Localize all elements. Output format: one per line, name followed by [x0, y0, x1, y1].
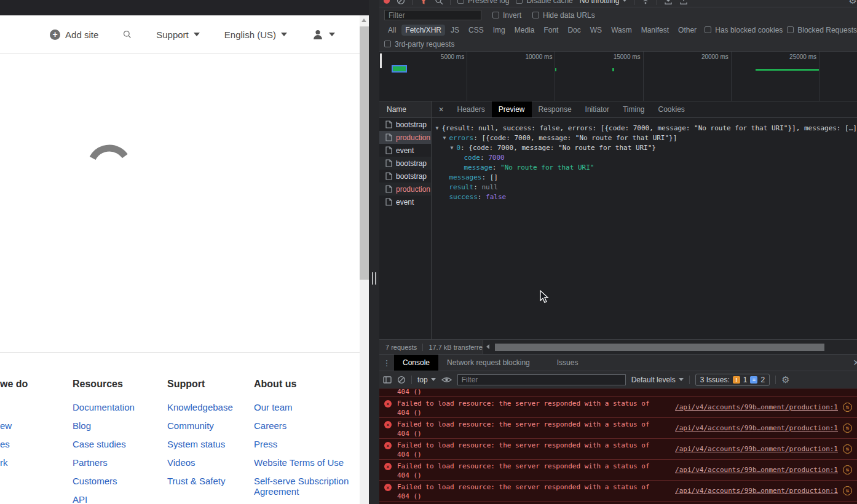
search-button[interactable]: [123, 30, 132, 39]
detail-tab-response[interactable]: Response: [532, 101, 579, 117]
page-scrollbar[interactable]: [360, 15, 369, 504]
json-line[interactable]: ▼errors: [{code: 7000, message: "No rout…: [432, 133, 857, 143]
request-row-event[interactable]: event: [379, 144, 431, 157]
support-menu[interactable]: Support: [156, 30, 200, 40]
drawer-tab-network-request-blocking[interactable]: Network request blocking: [438, 355, 539, 371]
name-column-header[interactable]: Name: [379, 101, 431, 118]
language-menu[interactable]: English (US): [224, 30, 287, 40]
request-row-bootstrap[interactable]: bootstrap: [379, 157, 431, 170]
related-issue-icon[interactable]: ⇅: [843, 444, 852, 454]
scrollbar-up-arrow[interactable]: [361, 18, 366, 22]
throttling-select[interactable]: No throttling: [580, 0, 628, 5]
network-filter-input[interactable]: [384, 10, 481, 20]
clear-console-icon[interactable]: [397, 376, 406, 384]
footer-link-website-terms-of-use[interactable]: Website Terms of Use: [254, 457, 360, 468]
type-filter-media[interactable]: Media: [511, 25, 539, 36]
type-filter-other[interactable]: Other: [674, 25, 700, 36]
related-issue-icon[interactable]: ⇅: [843, 486, 852, 495]
json-line[interactable]: ▼0: {code: 7000, message: "No route for …: [432, 143, 857, 153]
console-error-row[interactable]: ✕Failed to load resource: the server res…: [379, 481, 857, 502]
error-source-link[interactable]: /api/v4/accounts/99b…onment/production:1: [675, 487, 838, 495]
request-row-event[interactable]: event: [379, 195, 431, 208]
has-blocked-cookies-checkbox[interactable]: Has blocked cookies: [705, 26, 783, 34]
footer-link-community[interactable]: Community: [167, 420, 254, 431]
detail-tab-timing[interactable]: Timing: [616, 101, 652, 117]
type-filter-ws[interactable]: WS: [586, 25, 606, 36]
network-overview-timeline[interactable]: 5000 ms10000 ms15000 ms20000 ms25000 ms: [379, 52, 857, 101]
expand-arrow-icon[interactable]: ▼: [435, 124, 441, 133]
type-filter-css[interactable]: CSS: [465, 25, 488, 36]
more-tools-kebab-icon[interactable]: ⋮: [379, 358, 394, 368]
footer-link-blog[interactable]: Blog: [73, 420, 167, 431]
execution-context-selector[interactable]: top: [417, 376, 436, 384]
expand-arrow-icon[interactable]: ▼: [443, 133, 449, 143]
preserve-log-checkbox[interactable]: Preserve log: [457, 0, 509, 5]
third-party-requests-checkbox[interactable]: 3rd-party requests: [384, 40, 454, 49]
related-issue-icon[interactable]: ⇅: [843, 403, 852, 412]
eye-icon[interactable]: [441, 376, 452, 384]
type-filter-img[interactable]: Img: [489, 25, 509, 36]
scrollbar-thumb[interactable]: [360, 26, 369, 280]
close-detail-button[interactable]: ×: [432, 101, 450, 117]
detail-tab-preview[interactable]: Preview: [492, 101, 532, 117]
window-split-divider[interactable]: [369, 0, 379, 504]
footer-link-partners[interactable]: Partners: [73, 457, 167, 468]
json-line[interactable]: messages: []: [432, 173, 857, 183]
drawer-tab-issues[interactable]: Issues: [548, 355, 587, 371]
search-icon[interactable]: [435, 0, 443, 5]
issues-counter-badge[interactable]: 3 Issues: !1≡2: [695, 374, 770, 386]
error-source-link[interactable]: /api/v4/accounts/99b…onment/production:1: [675, 424, 838, 432]
import-har-icon[interactable]: [664, 0, 673, 5]
console-error-row[interactable]: ✕Failed to load resource: the server res…: [379, 418, 857, 439]
network-conditions-icon[interactable]: [641, 0, 650, 5]
footer-link-customers[interactable]: Customers: [73, 476, 167, 486]
footer-link-our-team[interactable]: Our team: [254, 402, 360, 412]
type-filter-fetch-xhr[interactable]: Fetch/XHR: [401, 25, 445, 36]
console-error-row[interactable]: ✕Failed to load resource: the server res…: [379, 397, 857, 418]
type-filter-all[interactable]: All: [384, 25, 400, 36]
console-filter-input[interactable]: [457, 374, 626, 385]
error-source-link[interactable]: /api/v4/accounts/99b…onment/production:1: [675, 403, 838, 411]
hide-data-urls-checkbox[interactable]: Hide data URLs: [532, 11, 595, 20]
request-row-production[interactable]: production: [379, 183, 431, 195]
add-site-button[interactable]: + Add site: [50, 30, 98, 40]
console-error-row[interactable]: ✕Failed to load resource: the server res…: [379, 460, 857, 481]
disable-cache-checkbox[interactable]: Disable cache: [516, 0, 572, 5]
horizontal-scrollbar-thumb[interactable]: [495, 344, 824, 351]
filter-funnel-icon[interactable]: [419, 0, 428, 5]
footer-link-system-status[interactable]: System status: [167, 439, 254, 449]
type-filter-js[interactable]: JS: [447, 25, 463, 36]
json-line[interactable]: result: null: [432, 183, 857, 192]
json-line[interactable]: code: 7000: [432, 153, 857, 163]
type-filter-manifest[interactable]: Manifest: [638, 25, 673, 36]
error-source-link[interactable]: /api/v4/accounts/99b…onment/production:1: [675, 466, 838, 474]
footer-link-knowledgebase[interactable]: Knowledgebase: [167, 402, 254, 412]
footer-link-press[interactable]: Press: [254, 439, 360, 449]
default-levels-select[interactable]: Default levels: [631, 376, 684, 384]
account-menu[interactable]: [312, 28, 335, 41]
settings-gear-icon[interactable]: ⚙: [849, 0, 857, 6]
detail-tab-cookies[interactable]: Cookies: [652, 101, 692, 117]
json-line[interactable]: success: false: [432, 192, 857, 202]
related-issue-icon[interactable]: ⇅: [843, 423, 852, 433]
footer-link-careers[interactable]: Careers: [254, 420, 360, 431]
drawer-close-icon[interactable]: ✕: [853, 358, 857, 368]
request-row-production[interactable]: production: [379, 131, 431, 144]
horizontal-scrollbar[interactable]: [483, 340, 857, 354]
export-har-icon[interactable]: [679, 0, 688, 5]
json-line[interactable]: message: "No route for that URI": [432, 163, 857, 173]
footer-link-trust-safety[interactable]: Trust & Safety: [167, 476, 254, 486]
footer-link-rk[interactable]: rk: [0, 457, 73, 468]
type-filter-font[interactable]: Font: [540, 25, 562, 36]
clear-network-log-icon[interactable]: [397, 0, 405, 5]
related-issue-icon[interactable]: ⇅: [843, 465, 852, 474]
footer-link-ew[interactable]: ew: [0, 420, 73, 431]
console-settings-gear-icon[interactable]: ⚙: [781, 374, 789, 385]
json-line[interactable]: ▼{result: null, success: false, errors: …: [432, 124, 857, 133]
drawer-tab-console[interactable]: Console: [394, 355, 438, 371]
type-filter-wasm[interactable]: Wasm: [607, 25, 636, 36]
footer-link-videos[interactable]: Videos: [167, 457, 254, 468]
scrollbar-left-arrow[interactable]: [486, 344, 489, 349]
footer-link-api[interactable]: API: [73, 494, 167, 504]
footer-link-case-studies[interactable]: Case studies: [73, 439, 167, 449]
